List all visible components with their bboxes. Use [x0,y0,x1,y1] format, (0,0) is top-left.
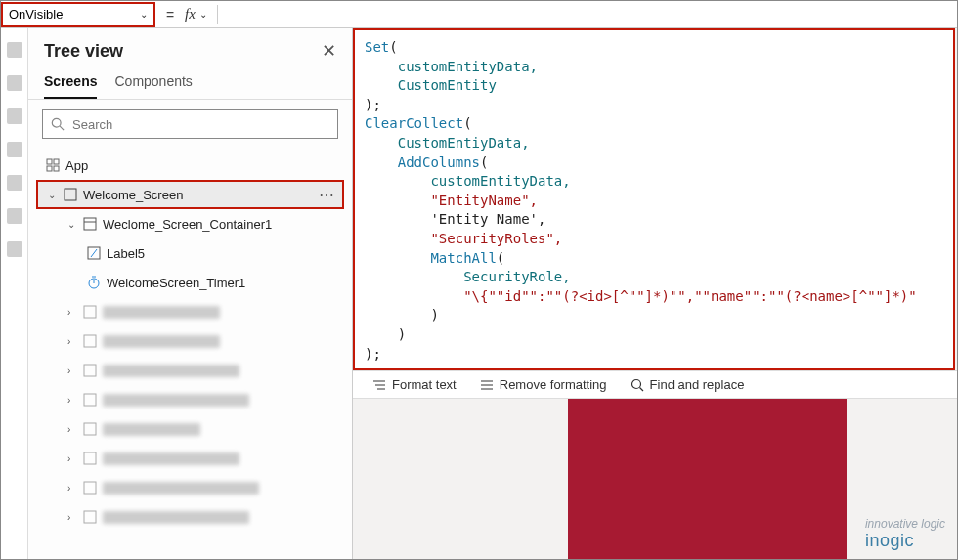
tree-title: Tree view [44,41,123,62]
svg-rect-6 [65,189,76,200]
search-icon [51,117,65,131]
tree-row-hidden[interactable]: › [28,502,352,532]
tree-row[interactable]: ⌄ Weclome_Screen_Container1 [28,209,352,238]
rail-icon[interactable] [7,75,22,91]
svg-rect-2 [47,159,52,164]
svg-point-0 [52,118,61,127]
svg-rect-17 [84,394,96,406]
tree-row-hidden[interactable]: › [28,385,352,414]
svg-rect-21 [84,511,96,523]
left-rail [1,28,28,559]
app-icon [46,158,60,172]
chevron-down-icon: ⌄ [140,9,148,20]
search-input[interactable]: Search [42,109,338,139]
remove-format-icon [480,378,494,392]
watermark: innovative logic inogic [865,517,945,551]
svg-rect-20 [84,482,96,494]
tree-row-hidden[interactable]: › [28,414,352,444]
tree-row-hidden[interactable]: › [28,444,352,473]
search-icon [631,378,644,392]
rail-icon[interactable] [7,175,22,191]
property-dropdown[interactable]: OnVisible ⌄ [1,2,155,27]
tree-label: App [65,158,88,173]
expand-icon[interactable]: ⌄ [67,219,77,230]
expand-icon[interactable]: ⌄ [48,190,58,200]
tree-row-hidden[interactable]: › [28,297,352,326]
tree-row-selected[interactable]: ⌄ Welcome_Screen ⋯ [36,180,344,209]
label-icon [87,246,101,260]
chevron-down-icon: ⌄ [199,9,207,20]
svg-line-10 [91,249,97,257]
tree-label: Label5 [107,246,145,261]
find-replace-button[interactable]: Find and replace [631,377,745,392]
rail-icon[interactable] [7,142,22,157]
remove-formatting-button[interactable]: Remove formatting [480,377,607,392]
property-value: OnVisible [9,7,63,22]
rail-icon[interactable] [7,208,22,224]
svg-rect-7 [84,218,96,230]
tree-panel: Tree view ✕ Screens Components Search Ap… [28,28,353,559]
tree-row-hidden[interactable]: › [28,356,352,385]
svg-line-1 [60,126,64,130]
rail-icon[interactable] [7,241,22,257]
svg-rect-4 [47,166,52,171]
format-icon [372,378,386,392]
timer-icon [87,276,101,289]
svg-rect-3 [54,159,59,164]
svg-rect-5 [54,166,59,171]
tree-row-hidden[interactable]: › [28,326,352,356]
svg-point-28 [631,379,640,388]
svg-rect-19 [84,452,96,464]
search-placeholder: Search [72,117,112,132]
formula-toolbar: Format text Remove formatting Find and r… [353,370,957,399]
close-icon[interactable]: ✕ [322,40,336,62]
svg-rect-16 [84,365,96,376]
rail-icon[interactable] [7,108,22,124]
fx-icon[interactable]: fx ⌄ [185,6,207,22]
tree-label: Weclome_Screen_Container1 [103,217,272,232]
svg-line-29 [639,387,643,391]
more-icon[interactable]: ⋯ [319,186,334,204]
tab-screens[interactable]: Screens [44,73,97,99]
format-text-button[interactable]: Format text [372,377,457,392]
tree-row-hidden[interactable]: › [28,473,352,502]
formula-editor[interactable]: Set( customEntityData, CustomEntity ); C… [353,28,955,370]
rail-icon[interactable] [7,42,22,58]
svg-rect-15 [84,335,96,347]
tree-row[interactable]: WelcomeScreen_Timer1 [28,268,352,297]
divider [217,5,218,24]
tree-label: WelcomeScreen_Timer1 [107,276,245,290]
tree-row-app[interactable]: App [28,151,352,180]
svg-rect-18 [84,423,96,435]
tree-label: Welcome_Screen [83,188,183,202]
screen-preview[interactable] [568,399,847,560]
tree-row[interactable]: Label5 [28,238,352,268]
equals-label: = [155,7,185,22]
canvas-preview: innovative logic inogic [353,399,957,559]
tab-components[interactable]: Components [114,73,192,99]
screen-icon [64,188,77,201]
svg-rect-14 [84,306,96,318]
container-icon [83,217,97,231]
